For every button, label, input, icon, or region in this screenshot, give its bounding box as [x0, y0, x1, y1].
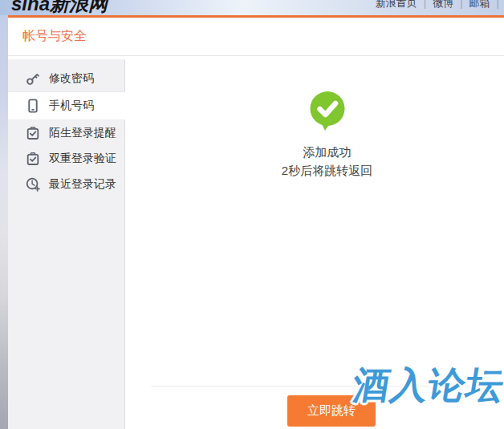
sidebar-item-two-step-verification[interactable]: 双重登录验证 [8, 146, 124, 172]
success-message-block: 添加成功 2秒后将跳转返回 [126, 59, 504, 180]
sidebar-item-label: 最近登录记录 [49, 177, 116, 192]
link-separator: | [424, 0, 426, 9]
clock-plus-icon [26, 177, 40, 192]
main-content: 添加成功 2秒后将跳转返回 立即跳转 [126, 59, 504, 429]
success-check-icon [309, 91, 346, 132]
page-background-strip [0, 15, 8, 429]
sidebar-item-unknown-login-alert[interactable]: 陌生登录提醒 [8, 120, 124, 146]
jump-now-button[interactable]: 立即跳转 [287, 395, 376, 427]
badge-check-icon [26, 126, 40, 140]
link-separator: | [497, 0, 499, 9]
status-title: 添加成功 [150, 143, 504, 161]
sidebar-item-label: 陌生登录提醒 [49, 126, 116, 140]
key-icon [26, 71, 40, 86]
site-header: sina新浪网 新浪首页|微博|邮箱| [0, 0, 504, 15]
account-security-panel: 帐号与安全 修改密码 手机 [8, 15, 504, 429]
status-subtitle: 2秒后将跳转返回 [150, 161, 504, 180]
account-security-page: sina新浪网 新浪首页|微博|邮箱| 帐号与安全 修改密码 [0, 0, 504, 429]
sidebar-item-recent-login-records[interactable]: 最近登录记录 [8, 172, 124, 197]
footer-divider [151, 386, 504, 387]
header-link-mail[interactable]: 邮箱 [469, 0, 490, 9]
sidebar-item-label: 双重登录验证 [49, 152, 116, 166]
sidebar-item-change-password[interactable]: 修改密码 [8, 66, 124, 91]
header-links: 新浪首页|微博|邮箱| [371, 0, 501, 10]
link-separator: | [460, 0, 462, 9]
sidebar-item-label: 修改密码 [49, 71, 94, 86]
sidebar-item-phone-number[interactable]: 手机号码 [8, 91, 125, 120]
header-link-weibo[interactable]: 微博 [433, 0, 453, 9]
page-title: 帐号与安全 [22, 28, 87, 45]
sidebar: 修改密码 手机号码 [8, 59, 125, 429]
phone-icon [26, 99, 40, 113]
badge-check-icon [26, 152, 40, 166]
header-link-home[interactable]: 新浪首页 [376, 0, 417, 9]
sidebar-item-label: 手机号码 [49, 99, 94, 113]
panel-header: 帐号与安全 [8, 18, 504, 56]
sina-logo[interactable]: sina新浪网 [11, 0, 108, 15]
